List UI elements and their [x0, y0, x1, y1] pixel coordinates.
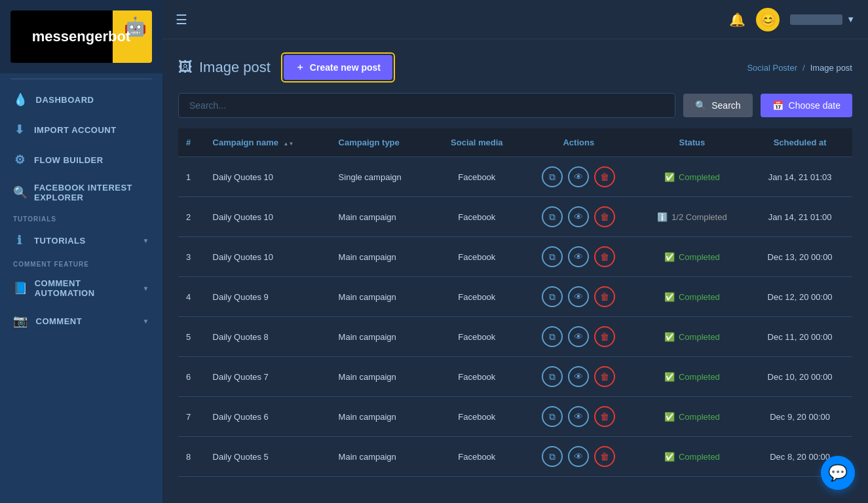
- col-header-actions: Actions: [521, 128, 637, 157]
- tutorials-arrow-icon: ▼: [143, 237, 149, 244]
- hamburger-icon[interactable]: ☰: [176, 12, 187, 28]
- cell-campaign-name: Daily Quotes 5: [205, 437, 331, 477]
- search-input[interactable]: [178, 93, 675, 118]
- delete-button[interactable]: 🗑: [594, 286, 615, 307]
- cell-num: 7: [178, 397, 205, 437]
- create-new-post-wrapper: ＋ Create new post: [281, 52, 395, 83]
- delete-button[interactable]: 🗑: [594, 326, 615, 347]
- cell-social-media: Facebook: [433, 277, 521, 317]
- user-dropdown-arrow: ▼: [846, 14, 855, 24]
- copy-button[interactable]: ⧉: [542, 246, 563, 267]
- delete-button[interactable]: 🗑: [594, 246, 615, 267]
- table-row: 3 Daily Quotes 10 Main campaign Facebook…: [178, 237, 852, 277]
- copy-button[interactable]: ⧉: [542, 206, 563, 227]
- search-btn-icon: 🔍: [695, 100, 706, 111]
- status-badge: ✅ Completed: [645, 252, 740, 262]
- copy-button[interactable]: ⧉: [542, 166, 563, 187]
- delete-button[interactable]: 🗑: [594, 366, 615, 387]
- cell-campaign-type: Main campaign: [331, 277, 433, 317]
- page-header: 🖼 Image post ＋ Create new post Social Po…: [178, 52, 852, 83]
- page-title-icon: 🖼: [178, 59, 193, 76]
- view-button[interactable]: 👁: [568, 406, 589, 427]
- avatar[interactable]: 😊: [756, 8, 780, 31]
- table-row: 5 Daily Quotes 8 Main campaign Facebook …: [178, 317, 852, 357]
- cell-num: 3: [178, 237, 205, 277]
- cell-social-media: Facebook: [433, 237, 521, 277]
- sidebar-item-import-account[interactable]: ⬇ IMPORT ACCOUNT: [0, 115, 162, 145]
- user-menu[interactable]: ▼: [790, 14, 855, 25]
- sidebar-item-facebook-interest[interactable]: 🔍 FACEBOOK INTEREST EXPLORER: [0, 175, 162, 210]
- sidebar-item-flow-builder[interactable]: ⚙ FLOW BUILDER: [0, 145, 162, 175]
- cell-campaign-type: Single campaign: [331, 157, 433, 197]
- cell-actions: ⧉ 👁 🗑: [521, 277, 637, 317]
- col-header-campaign-name[interactable]: Campaign name ▲▼: [205, 128, 331, 157]
- view-button[interactable]: 👁: [568, 206, 589, 227]
- sidebar-item-label-comment: COMMENT: [36, 316, 83, 326]
- delete-button[interactable]: 🗑: [594, 206, 615, 227]
- bell-icon[interactable]: 🔔: [729, 12, 745, 28]
- breadcrumb-social-poster[interactable]: Social Poster: [747, 63, 797, 73]
- cell-scheduled: Dec 12, 20 00:00: [747, 277, 852, 317]
- action-buttons-group: ⧉ 👁 🗑: [529, 446, 629, 467]
- cell-campaign-type: Main campaign: [331, 357, 433, 397]
- status-text: Completed: [679, 412, 720, 422]
- copy-button[interactable]: ⧉: [542, 446, 563, 467]
- status-text: Completed: [679, 252, 720, 262]
- cell-actions: ⧉ 👁 🗑: [521, 317, 637, 357]
- cell-campaign-name: Daily Quotes 10: [205, 157, 331, 197]
- sidebar-item-comment-automation[interactable]: 📘 COMMENT AUTOMATION ▼: [0, 270, 162, 306]
- cell-scheduled: Jan 14, 21 01:00: [747, 197, 852, 237]
- copy-button[interactable]: ⧉: [542, 366, 563, 387]
- status-badge: ✅ Completed: [645, 332, 740, 342]
- topbar: ☰ 🔔 😊 ▼: [162, 0, 868, 39]
- view-button[interactable]: 👁: [568, 326, 589, 347]
- view-button[interactable]: 👁: [568, 286, 589, 307]
- view-button[interactable]: 👁: [568, 166, 589, 187]
- cell-status: ✅ Completed: [637, 357, 748, 397]
- status-badge: ✅ Completed: [645, 172, 740, 182]
- status-icon: ✅: [664, 452, 675, 462]
- table-row: 2 Daily Quotes 10 Main campaign Facebook…: [178, 197, 852, 237]
- cell-social-media: Facebook: [433, 357, 521, 397]
- campaigns-table-container: # Campaign name ▲▼ Campaign type Social …: [178, 128, 852, 477]
- view-button[interactable]: 👁: [568, 446, 589, 467]
- plus-icon: ＋: [295, 62, 305, 73]
- view-button[interactable]: 👁: [568, 366, 589, 387]
- delete-button[interactable]: 🗑: [594, 446, 615, 467]
- sidebar-item-comment[interactable]: 📷 COMMENT ▼: [0, 306, 162, 336]
- search-button[interactable]: 🔍 Search: [683, 94, 752, 117]
- delete-button[interactable]: 🗑: [594, 406, 615, 427]
- cell-campaign-type: Main campaign: [331, 197, 433, 237]
- sidebar-item-label-dashboard: DASHBOARD: [36, 95, 94, 105]
- delete-button[interactable]: 🗑: [594, 166, 615, 187]
- sidebar-item-label-import: IMPORT ACCOUNT: [34, 125, 117, 135]
- cell-campaign-name: Daily Quotes 8: [205, 317, 331, 357]
- cell-campaign-type: Main campaign: [331, 237, 433, 277]
- create-new-post-button[interactable]: ＋ Create new post: [284, 55, 392, 80]
- sidebar-item-label-flow: FLOW BUILDER: [34, 155, 104, 165]
- copy-button[interactable]: ⧉: [542, 286, 563, 307]
- copy-button[interactable]: ⧉: [542, 326, 563, 347]
- cell-status: ✅ Completed: [637, 157, 748, 197]
- cell-actions: ⧉ 👁 🗑: [521, 197, 637, 237]
- cell-scheduled: Dec 13, 20 00:00: [747, 237, 852, 277]
- breadcrumb-current: Image post: [810, 63, 852, 73]
- sidebar-item-dashboard[interactable]: 💧 DASHBOARD: [0, 84, 162, 115]
- status-badge: ✅ Completed: [645, 372, 740, 382]
- view-button[interactable]: 👁: [568, 246, 589, 267]
- action-buttons-group: ⧉ 👁 🗑: [529, 286, 629, 307]
- status-text: Completed: [679, 332, 720, 342]
- copy-button[interactable]: ⧉: [542, 406, 563, 427]
- sort-arrows-name: ▲▼: [284, 141, 294, 147]
- action-buttons-group: ⧉ 👁 🗑: [529, 246, 629, 267]
- status-icon: ℹ️: [657, 212, 668, 222]
- cell-actions: ⧉ 👁 🗑: [521, 357, 637, 397]
- cell-num: 6: [178, 357, 205, 397]
- choose-date-button[interactable]: 📅 Choose date: [761, 94, 852, 117]
- cell-scheduled: Dec 10, 20 00:00: [747, 357, 852, 397]
- sidebar-item-label-tutorials: TUTORIALS: [34, 236, 86, 246]
- messenger-chat-button[interactable]: 💬: [821, 456, 855, 490]
- search-btn-label: Search: [711, 100, 740, 111]
- comment-nav-left: 📷 COMMENT: [13, 314, 82, 328]
- sidebar-item-tutorials[interactable]: ℹ TUTORIALS ▼: [0, 225, 162, 255]
